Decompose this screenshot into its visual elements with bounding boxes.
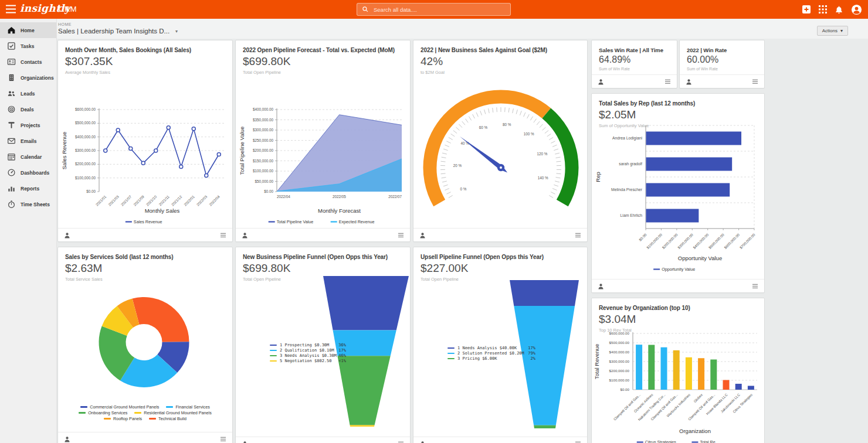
- menu-icon[interactable]: [6, 5, 16, 16]
- card-menu-icon[interactable]: [398, 441, 404, 443]
- card-subtitle: Total Service Sales: [65, 277, 225, 282]
- svg-text:$200,000.00: $200,000.00: [609, 369, 630, 373]
- dashboard-title[interactable]: Sales | Leadership Team Insights D...: [58, 28, 169, 35]
- card-value: $307.35K: [65, 55, 225, 68]
- card-title: Month Over Month, Sales Bookings (All Sa…: [65, 47, 225, 53]
- card-value: $3.04M: [599, 313, 757, 326]
- global-search: [357, 3, 511, 16]
- user-icon[interactable]: [64, 436, 70, 442]
- sidebar-item-dashboards[interactable]: Dashboards: [0, 165, 56, 180]
- svg-text:$150,000.00: $150,000.00: [253, 159, 274, 163]
- card-value: $699.80K: [243, 55, 403, 68]
- sales-against-goal-gauge-chart: 0 %20 %40 %60 %80 %100 %120 %140 %: [415, 86, 586, 228]
- home-icon: [6, 26, 16, 35]
- sidebar-item-deals[interactable]: Deals: [0, 101, 56, 117]
- card-title: Total Sales by Rep (last 12 months): [599, 100, 757, 107]
- sidebar-item-reports[interactable]: Reports: [0, 180, 56, 196]
- mom-sales-bookings-chart: $0.00$100,000.00$200,000.00$300,000.00$4…: [59, 106, 232, 228]
- card-menu-icon[interactable]: [752, 283, 758, 289]
- sidebar-item-label: Tasks: [21, 43, 34, 49]
- svg-text:$50,000.00: $50,000.00: [255, 179, 273, 183]
- legend-percent: 36%: [338, 343, 346, 347]
- svg-text:$200,000.00: $200,000.00: [75, 162, 96, 166]
- user-icon[interactable]: [242, 232, 248, 238]
- sidebar-item-tasks[interactable]: Tasks: [0, 38, 56, 54]
- card-menu-icon[interactable]: [220, 436, 226, 442]
- svg-text:$0.00: $0.00: [638, 232, 647, 241]
- add-icon[interactable]: [802, 5, 811, 14]
- sidebar-item-label: Deals: [21, 107, 34, 113]
- sidebar-item-time-sheets[interactable]: Time Sheets: [0, 196, 56, 212]
- sidebar-item-label: Emails: [21, 138, 36, 144]
- user-icon[interactable]: [419, 441, 426, 443]
- legend-swatch: [270, 360, 277, 362]
- legend-swatch: [134, 412, 141, 413]
- svg-text:0 %: 0 %: [460, 187, 466, 191]
- apps-grid-icon[interactable]: [819, 5, 827, 13]
- organizations-icon: [6, 73, 16, 82]
- svg-text:$0.00: $0.00: [621, 387, 630, 391]
- card-win-rate-2022: 2022 | Win Rate60.00%Sum of Win Rate: [679, 40, 765, 88]
- sidebar-item-projects[interactable]: Projects: [0, 117, 56, 133]
- user-icon[interactable]: [242, 441, 248, 443]
- user-icon[interactable]: [686, 79, 692, 85]
- card-header: Sales by Services Sold (last 12 months)$…: [58, 247, 232, 282]
- card-menu-icon[interactable]: [575, 441, 581, 443]
- app-label: CRM: [59, 5, 77, 13]
- sidebar-item-emails[interactable]: Emails: [0, 133, 56, 149]
- card-new-business-funnel: New Business Pipeline Funnel (Open Opps …: [235, 247, 411, 443]
- svg-text:$0.00: $0.00: [264, 189, 273, 193]
- breadcrumb-section: HOME: [58, 22, 178, 26]
- notifications-bell-icon[interactable]: [835, 5, 843, 14]
- svg-text:2022/05: 2022/05: [333, 195, 346, 199]
- svg-text:2021/12: 2021/12: [170, 194, 182, 206]
- legend-label: 3 Pricing $6.00K: [457, 356, 497, 361]
- svg-text:$250,000.00: $250,000.00: [253, 138, 274, 142]
- card-header: 2022 | New Business Sales Against Goal (…: [413, 40, 587, 75]
- card-menu-icon[interactable]: [664, 79, 671, 85]
- calendar-icon: [6, 152, 16, 161]
- legend-label: 2 Qualification $0.10M: [280, 348, 334, 353]
- svg-text:$600,000.00: $600,000.00: [609, 331, 630, 335]
- legend-label: Technical Build: [158, 416, 187, 421]
- card-menu-icon[interactable]: [752, 79, 758, 85]
- sidebar-item-home[interactable]: Home: [0, 22, 56, 38]
- actions-button[interactable]: Actions ▾: [817, 26, 848, 36]
- svg-text:Sales Revenue: Sales Revenue: [61, 132, 67, 169]
- svg-text:$600,000.00: $600,000.00: [75, 107, 96, 111]
- svg-text:2022/03: 2022/03: [195, 194, 208, 206]
- svg-text:2022/07: 2022/07: [388, 195, 402, 199]
- topbar-actions: [802, 0, 862, 19]
- legend-label: Rooftop Panels: [113, 416, 142, 421]
- sidebar-item-calendar[interactable]: Calendar: [0, 149, 56, 165]
- chevron-down-icon[interactable]: ▾: [175, 29, 178, 34]
- sidebar-item-label: Leads: [21, 91, 35, 97]
- donut-legend-item: Technical Build: [149, 416, 187, 421]
- legend-label: Onboarding Services: [88, 410, 127, 415]
- search-input[interactable]: [372, 6, 506, 13]
- sidebar-item-label: Home: [21, 28, 35, 33]
- card-subtitle: to $2M Goal: [421, 70, 580, 75]
- legend-label: 1 Needs Analysis $40.00K: [457, 346, 517, 350]
- user-icon[interactable]: [64, 232, 70, 238]
- user-icon[interactable]: [419, 232, 426, 238]
- card-menu-icon[interactable]: [575, 232, 581, 238]
- actions-label: Actions: [822, 28, 838, 33]
- svg-text:140 %: 140 %: [538, 176, 548, 180]
- sidebar-item-organizations[interactable]: Organizations: [0, 70, 56, 86]
- card-menu-icon[interactable]: [398, 232, 404, 238]
- card-value: 42%: [421, 55, 580, 68]
- svg-text:$400,000.00: $400,000.00: [253, 107, 274, 111]
- svg-text:$300,000.00: $300,000.00: [253, 128, 274, 132]
- account-avatar-icon[interactable]: [851, 4, 862, 15]
- svg-text:80 %: 80 %: [503, 122, 511, 127]
- svg-text:Andrea Lodigiani: Andrea Lodigiani: [612, 136, 643, 141]
- svg-text:$100,000.00: $100,000.00: [609, 378, 630, 382]
- card-menu-icon[interactable]: [220, 232, 226, 238]
- user-icon[interactable]: [598, 79, 604, 85]
- sidebar-item-leads[interactable]: Leads: [0, 86, 56, 101]
- sidebar-item-contacts[interactable]: Contacts: [0, 54, 56, 70]
- card-value: $2.63M: [65, 262, 225, 275]
- funnel-legend-item: 2 Qualification $0.10M17%: [270, 348, 346, 353]
- user-icon[interactable]: [598, 283, 604, 289]
